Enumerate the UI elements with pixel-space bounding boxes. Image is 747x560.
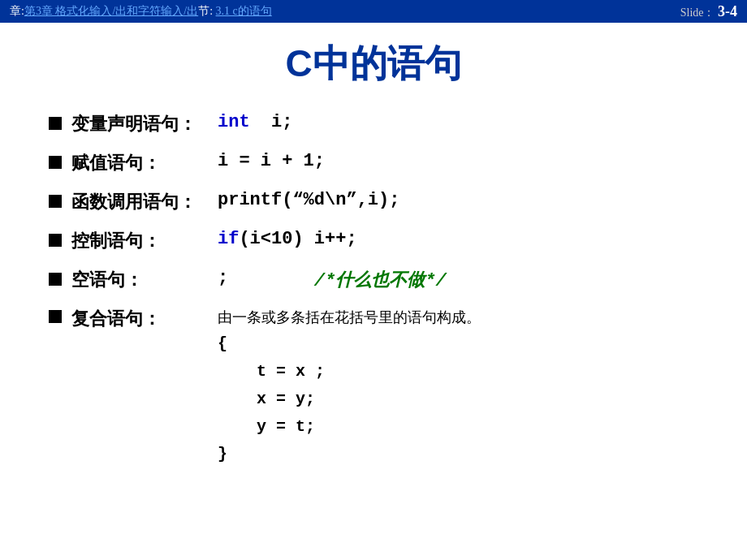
compound-desc: 由一条或多条括在花括号里的语句构成。 [218, 307, 481, 329]
bullet-icon [49, 273, 62, 286]
item-code: if(i<10) i++; [218, 229, 357, 249]
item-label: 复合语句： [71, 307, 218, 331]
item-label: 控制语句： [71, 229, 218, 253]
keyword-if: if [218, 229, 239, 249]
item-code: ; [218, 268, 314, 288]
item-label: 函数调用语句： [71, 190, 218, 214]
breadcrumb: 章:第3章 格式化输入/出和字符输入/出节: 3.1 c的语句 [10, 4, 272, 19]
item-code: i = i + 1; [218, 151, 325, 171]
bullet-icon [49, 195, 62, 208]
list-item: 空语句： ; /*什么也不做*/ [49, 268, 698, 292]
keyword-int: int [218, 112, 250, 132]
main-content: C中的语句 变量声明语句： int i; 赋值语句： i = i + 1; 函数… [0, 23, 747, 499]
list-item: 函数调用语句： printf(“%d\n”,i); [49, 190, 698, 214]
bullet-icon [49, 234, 62, 247]
bullet-icon [49, 117, 62, 130]
item-label: 空语句： [71, 268, 218, 292]
bullet-icon [49, 156, 62, 169]
list-item: 赋值语句： i = i + 1; [49, 151, 698, 175]
slide-number-area: Slide： 3-4 [680, 3, 737, 20]
item-code: printf(“%d\n”,i); [218, 190, 399, 210]
item-label: 变量声明语句： [71, 112, 218, 136]
slide-title: C中的语句 [49, 39, 698, 89]
compound-content: 由一条或多条括在花括号里的语句构成。 { t = x ; x = y; y = … [218, 307, 481, 468]
list-item: 控制语句： if(i<10) i++; [49, 229, 698, 253]
breadcrumb-chapter-link[interactable]: 第3章 格式化输入/出和字符输入/出 [24, 5, 198, 17]
slide-number: 3-4 [718, 3, 737, 19]
breadcrumb-chapter-label: 章: [10, 5, 24, 17]
list-item: 变量声明语句： int i; [49, 112, 698, 136]
header-bar: 章:第3章 格式化输入/出和字符输入/出节: 3.1 c的语句 Slide： 3… [0, 0, 747, 23]
item-code: int i; [218, 112, 292, 132]
list-item: 复合语句： 由一条或多条括在花括号里的语句构成。 { t = x ; x = y… [49, 307, 698, 468]
item-label: 赋值语句： [71, 151, 218, 175]
slide-label: Slide： [680, 6, 715, 19]
compound-code: { t = x ; x = y; y = t; } [218, 330, 481, 468]
breadcrumb-sep: 节: [198, 5, 213, 17]
item-list: 变量声明语句： int i; 赋值语句： i = i + 1; 函数调用语句： … [49, 112, 698, 468]
item-comment: /*什么也不做*/ [314, 268, 447, 292]
breadcrumb-section-link[interactable]: 3.1 c的语句 [216, 5, 272, 17]
bullet-icon [49, 310, 62, 323]
